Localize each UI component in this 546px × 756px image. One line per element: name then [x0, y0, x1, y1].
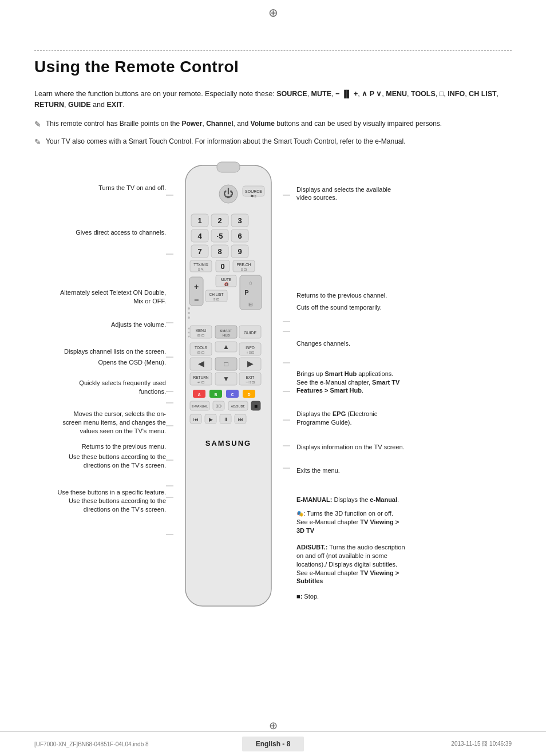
svg-text:▶: ▶	[247, 359, 254, 368]
content-area: Turns the TV on and off. Gives direct ac…	[34, 154, 512, 625]
ann-color-buttons: Use these buttons according to thedirect…	[34, 453, 166, 470]
svg-text:⊟: ⊟	[248, 302, 253, 307]
svg-text:RETURN: RETURN	[193, 375, 208, 379]
left-connector-lines	[166, 154, 174, 625]
footer-right: 2013-11-15 囧 10:46:39	[451, 740, 512, 748]
svg-text:3D: 3D	[216, 403, 221, 409]
svg-text:9: 9	[238, 247, 242, 256]
svg-text:7: 7	[197, 247, 201, 256]
svg-text:+: +	[194, 282, 199, 291]
svg-text:1: 1	[197, 216, 201, 225]
svg-text:INFO: INFO	[246, 346, 255, 350]
note-smart-touch: ✎ Your TV also comes with a Smart Touch …	[34, 136, 512, 148]
note-braille-text: This remote control has Braille points o…	[46, 118, 442, 129]
svg-text:4: 4	[197, 232, 202, 240]
svg-text:TOOLS: TOOLS	[195, 346, 208, 350]
top-crosshair-icon: ⊕	[268, 6, 278, 19]
svg-text:D: D	[247, 393, 250, 397]
svg-text:⊟ ⊡: ⊟ ⊡	[197, 334, 204, 337]
svg-text:⇋ ≡: ⇋ ≡	[251, 195, 257, 198]
svg-text:A: A	[197, 393, 200, 397]
ann-3d-right: 🎭: Turns the 3D function on or off.See e…	[296, 509, 512, 535]
svg-text:8: 8	[217, 247, 221, 256]
svg-text:◀: ◀	[198, 359, 204, 368]
svg-text:■: ■	[254, 403, 258, 409]
svg-text:·5: ·5	[217, 232, 223, 240]
note-icon-1: ✎	[34, 118, 41, 130]
ann-chlist: Displays channel lists on the screen.	[34, 347, 166, 356]
ann-info-right: Displays information on the TV screen.	[296, 443, 512, 452]
intro-text: Learn where the function buttons are on …	[34, 89, 512, 110]
svg-text:⏮: ⏮	[193, 417, 199, 422]
ann-return: Returns to the previous menu.	[34, 442, 166, 451]
svg-text:E-MANUAL: E-MANUAL	[192, 405, 208, 408]
svg-text:0: 0	[220, 262, 224, 271]
page-title: Using the Remote Control	[34, 58, 512, 76]
svg-text:▶: ▶	[209, 417, 213, 422]
svg-text:⏸: ⏸	[223, 417, 228, 422]
svg-text:CH LIST: CH LIST	[209, 292, 224, 296]
svg-text:SAMSUNG: SAMSUNG	[205, 439, 251, 448]
svg-text:EXIT: EXIT	[246, 375, 254, 379]
top-dashed-line	[34, 50, 512, 51]
ann-exit-right: Exits the menu.	[296, 466, 512, 475]
right-annotations: Displays and selects the availablevideo …	[291, 154, 512, 625]
svg-point-58	[188, 312, 190, 314]
svg-text:⊟ ⊡: ⊟ ⊡	[197, 351, 204, 354]
svg-text:6: 6	[238, 232, 242, 240]
svg-text:▼: ▼	[223, 375, 230, 383]
svg-point-57	[188, 307, 190, 310]
ann-emanual-right: E-MANUAL: Displays the e-Manual.	[296, 496, 512, 504]
svg-text:GUIDE: GUIDE	[244, 331, 257, 335]
svg-text:B: B	[214, 393, 217, 397]
svg-text:□: □	[224, 360, 228, 368]
svg-text:3: 3	[238, 216, 242, 225]
ann-specific: Use these buttons in a specific feature.…	[34, 488, 166, 514]
ann-adsubt-right: AD/SUBT.: Turns the audio descriptionon …	[296, 543, 512, 585]
footer-left: [UF7000-XN_ZF]BN68-04851F-04L04.indb 8	[34, 741, 149, 747]
svg-text:P: P	[244, 289, 248, 296]
svg-point-117	[188, 335, 190, 337]
svg-text:SOURCE: SOURCE	[245, 189, 262, 193]
svg-text:⏻: ⏻	[223, 188, 234, 199]
ann-volume: Adjusts the volume.	[34, 320, 166, 329]
ann-tools: Quickly selects frequently usedfunctions…	[34, 379, 166, 396]
svg-text:C: C	[231, 393, 234, 397]
svg-text:MENU: MENU	[195, 328, 206, 333]
ann-cursor: Moves the cursor, selects the on-screen …	[34, 410, 166, 436]
svg-text:🔇: 🔇	[224, 282, 229, 287]
svg-text:⊣ ≡⊡: ⊣ ≡⊡	[246, 381, 254, 384]
svg-text:MUTE: MUTE	[221, 278, 232, 282]
right-connector-lines	[283, 154, 291, 625]
ann-teletext: Alternately select Teletext ON Double,Mi…	[34, 288, 166, 306]
svg-text:≡ ✎: ≡ ✎	[198, 268, 204, 271]
svg-text:≡ ⊡: ≡ ⊡	[241, 268, 247, 271]
svg-text:SMART: SMART	[220, 329, 232, 333]
page-footer: [UF7000-XN_ZF]BN68-04851F-04L04.indb 8 E…	[0, 731, 546, 756]
svg-point-116	[188, 331, 190, 333]
svg-point-59	[188, 316, 190, 319]
ann-source-right: Displays and selects the availablevideo …	[296, 185, 512, 203]
ann-channels: Gives direct access to channels.	[34, 228, 166, 237]
svg-rect-12	[217, 162, 240, 172]
svg-text:⏭: ⏭	[238, 417, 243, 422]
left-annotations: Turns the TV on and off. Gives direct ac…	[34, 154, 166, 625]
svg-text:2: 2	[217, 216, 221, 225]
note-smart-touch-text: Your TV also comes with a Smart Touch Co…	[46, 136, 406, 147]
footer-center: English - 8	[242, 737, 304, 751]
ann-power: Turns the TV on and off.	[34, 184, 166, 192]
svg-point-115	[188, 327, 190, 329]
remote-control-image: ⏻ SOURCE ⇋ ≡ 1 2 3 4 ·5 6	[174, 154, 283, 625]
ann-epg-right: Displays the EPG (ElectronicProgramme Gu…	[296, 410, 512, 427]
ann-prev-ch-right: Returns to the previous channel.	[296, 291, 512, 300]
svg-text:▲: ▲	[223, 343, 230, 351]
page: ⊕ Using the Remote Control Learn where t…	[0, 0, 546, 756]
svg-text:⌂: ⌂	[249, 280, 252, 286]
svg-text:TTX/MIX: TTX/MIX	[193, 263, 208, 267]
ann-mute-right: Cuts off the sound temporarily.	[296, 303, 512, 312]
svg-text:AD/SUBT.: AD/SUBT.	[231, 405, 246, 408]
svg-text:↩ ⊡: ↩ ⊡	[197, 381, 204, 384]
bottom-crosshair-icon: ⊕	[269, 720, 278, 731]
note-icon-2: ✎	[34, 136, 41, 148]
remote-svg: ⏻ SOURCE ⇋ ≡ 1 2 3 4 ·5 6	[174, 154, 283, 623]
